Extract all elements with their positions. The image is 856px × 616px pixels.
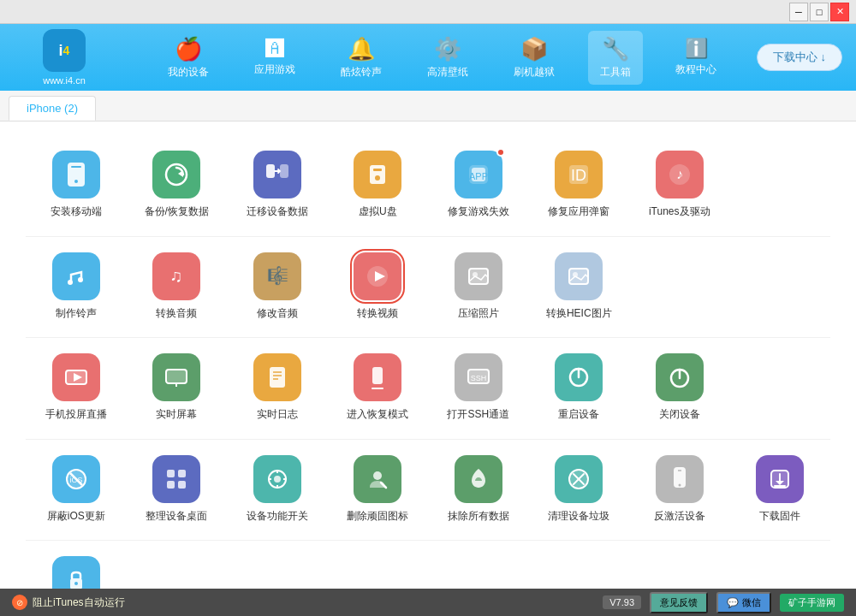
svg-rect-56	[167, 481, 175, 489]
tool-itunes[interactable]: ♪ iTunes及驱动	[629, 139, 730, 228]
minimize-button[interactable]: ─	[789, 3, 808, 21]
access-limit-icon	[52, 556, 100, 589]
feedback-button[interactable]: 意见反馈	[650, 592, 708, 613]
nav-my-device[interactable]: 🍎 我的设备	[156, 31, 221, 85]
real-log-label: 实时日志	[257, 408, 298, 422]
tool-download-firmware[interactable]: 下载固件	[730, 443, 831, 532]
download-firmware-label: 下载固件	[759, 510, 800, 524]
tool-empty4	[730, 341, 831, 430]
ringtones-icon: 🔔	[348, 36, 375, 62]
tool-shutdown[interactable]: 关闭设备	[629, 341, 730, 430]
svg-rect-7	[370, 165, 385, 184]
nav-tutorial[interactable]: ℹ️ 教程中心	[663, 33, 728, 82]
titlebar: ─ □ ✕	[0, 0, 856, 24]
tool-manage-desktop[interactable]: 整理设备桌面	[127, 443, 228, 532]
svg-point-17	[68, 280, 73, 285]
svg-rect-32	[166, 370, 187, 383]
tool-deactivate[interactable]: 反激活设备	[629, 443, 730, 532]
convert-audio-icon: ♫	[152, 252, 200, 300]
tools-row-2: 制作铃声 ♫ 转换音频 🎼 修改音频 转换视频 压	[26, 240, 830, 329]
download-button[interactable]: 下载中心 ↓	[757, 44, 842, 71]
screen-cast-icon	[52, 353, 100, 401]
tool-empty6	[227, 544, 328, 589]
nav-toolbox[interactable]: 🔧 工具箱	[588, 31, 643, 85]
tool-virtual-udisk[interactable]: 虚拟U盘	[328, 139, 429, 228]
tool-empty2	[629, 240, 730, 329]
svg-rect-55	[178, 470, 186, 477]
download-firmware-icon	[756, 455, 804, 503]
deactivate-label: 反激活设备	[654, 510, 705, 524]
restart-icon	[555, 353, 603, 401]
tool-empty9	[529, 544, 630, 589]
nav-wallpaper[interactable]: ⚙️ 高清壁纸	[415, 31, 480, 85]
ssh-tunnel-icon: SSH	[455, 353, 502, 401]
wechat-button[interactable]: 💬 微信	[716, 592, 771, 613]
itunes-warning-text: 阻止iTunes自动运行	[33, 595, 125, 610]
svg-point-59	[274, 476, 281, 483]
itunes-icon: ♪	[656, 151, 704, 198]
tool-compress-photo[interactable]: 压缩照片	[428, 240, 529, 329]
tool-convert-audio[interactable]: ♫ 转换音频	[127, 240, 228, 329]
erase-all-icon	[455, 455, 502, 503]
fix-game-label: 修复游戏失效	[448, 205, 509, 219]
jailbreak-icon: 📦	[520, 36, 548, 62]
svg-point-73	[678, 483, 681, 486]
tool-screen-cast[interactable]: 手机投屏直播	[26, 341, 127, 430]
compress-photo-icon	[455, 252, 502, 300]
tool-migrate[interactable]: 迁移设备数据	[227, 139, 328, 228]
delete-stubborn-icon	[354, 455, 401, 503]
tool-convert-video[interactable]: 转换视频	[328, 240, 429, 329]
tool-real-log[interactable]: 实时日志	[227, 341, 328, 430]
tool-convert-heic[interactable]: 转换HEIC图片	[529, 240, 630, 329]
svg-point-80	[74, 582, 78, 585]
device-features-icon	[253, 455, 301, 503]
tool-modify-audio[interactable]: 🎼 修改音频	[227, 240, 328, 329]
tool-erase-all[interactable]: 抹除所有数据	[428, 443, 529, 532]
tool-install-app[interactable]: 安装移动端	[26, 139, 127, 228]
nav-jailbreak[interactable]: 📦 刷机越狱	[502, 31, 567, 85]
itunes-warning[interactable]: ⊘ 阻止iTunes自动运行	[12, 595, 125, 610]
manage-desktop-icon	[152, 455, 200, 503]
tab-iphone[interactable]: iPhone (2)	[9, 96, 96, 121]
svg-rect-5	[266, 164, 275, 178]
tool-backup-restore[interactable]: 备份/恢复数据	[127, 139, 228, 228]
block-ios-update-label: 屏蔽iOS更新	[47, 510, 105, 524]
svg-rect-8	[373, 169, 382, 171]
nav-ringtones[interactable]: 🔔 酷炫铃声	[329, 31, 394, 85]
tool-restart[interactable]: 重启设备	[529, 341, 630, 430]
make-ringtone-label: 制作铃声	[56, 307, 97, 321]
corner-logo: 矿子手游网	[780, 594, 844, 612]
row-separator-3	[26, 439, 830, 440]
tool-clean-junk[interactable]: 清理设备垃圾	[529, 443, 630, 532]
block-ios-update-icon: iOS	[52, 455, 100, 503]
compress-photo-label: 压缩照片	[458, 307, 499, 321]
tool-block-ios-update[interactable]: iOS 屏蔽iOS更新	[26, 443, 127, 532]
tool-ssh-tunnel[interactable]: SSH 打开SSH通道	[428, 341, 529, 430]
tools-row-3: 手机投屏直播 实时屏幕 实时日志 进入恢复模式 SSH	[26, 341, 830, 430]
svg-rect-41	[375, 384, 380, 388]
tool-empty8	[428, 544, 529, 589]
svg-rect-23	[469, 269, 488, 284]
nav-items: 🍎 我的设备 🅰 应用游戏 🔔 酷炫铃声 ⚙️ 高清壁纸 📦 刷机越狱 🔧 工具…	[128, 31, 757, 85]
screen-cast-label: 手机投屏直播	[45, 408, 107, 422]
tool-delete-stubborn[interactable]: 删除顽固图标	[328, 443, 429, 532]
device-features-label: 设备功能开关	[247, 510, 308, 524]
svg-rect-54	[167, 470, 175, 477]
svg-point-64	[373, 471, 382, 480]
tool-recovery-mode[interactable]: 进入恢复模式	[328, 341, 429, 430]
fix-popup-label: 修复应用弹窗	[548, 205, 609, 219]
tool-device-features[interactable]: 设备功能开关	[227, 443, 328, 532]
backup-restore-label: 备份/恢复数据	[145, 205, 209, 219]
tool-fix-popup[interactable]: ID 修复应用弹窗	[529, 139, 630, 228]
tool-fix-game[interactable]: APP 修复游戏失效	[428, 139, 529, 228]
close-button[interactable]: ✕	[830, 3, 849, 21]
tool-access-limit[interactable]: 访问限制	[26, 544, 127, 589]
tool-real-screen[interactable]: 实时屏幕	[127, 341, 228, 430]
manage-desktop-label: 整理设备桌面	[146, 510, 207, 524]
nav-app-games[interactable]: 🅰 应用游戏	[242, 33, 307, 82]
row-separator-2	[26, 337, 830, 338]
logo-area: i4 www.i4.cn	[0, 29, 128, 86]
tool-make-ringtone[interactable]: 制作铃声	[26, 240, 127, 329]
tool-empty3	[730, 240, 831, 329]
maximize-button[interactable]: □	[810, 3, 829, 21]
